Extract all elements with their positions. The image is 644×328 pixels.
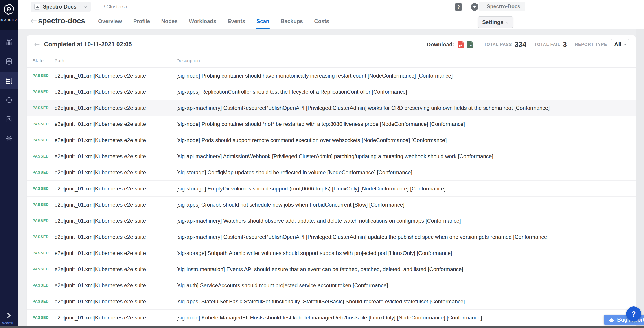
- tab-costs[interactable]: Costs: [314, 18, 330, 24]
- tab-overview[interactable]: Overview: [98, 18, 122, 24]
- tab-nodes[interactable]: Nodes: [161, 18, 178, 24]
- report-type-label: REPORT TYPE: [575, 42, 607, 47]
- back-arrow-icon[interactable]: [30, 17, 38, 25]
- table-row[interactable]: PASSED e2e|junit_01.xml|Kubernetes e2e s…: [27, 100, 636, 116]
- status-badge: PASSED: [32, 154, 49, 159]
- row-path: e2e|junit_01.xml|Kubernetes e2e suite: [54, 282, 176, 289]
- sidebar-item-profiles[interactable]: [0, 53, 18, 70]
- table-row[interactable]: PASSED e2e|junit_01.xml|Kubernetes e2e s…: [27, 116, 636, 132]
- table-row[interactable]: PASSED e2e|junit_01.xml|Kubernetes e2e s…: [27, 148, 636, 164]
- row-path: e2e|junit_01.xml|Kubernetes e2e suite: [54, 105, 176, 111]
- sidebar-item-clusters[interactable]: [0, 72, 18, 89]
- pdf-file-icon[interactable]: [458, 40, 464, 49]
- chevron-down-icon: [623, 42, 626, 45]
- row-description: [sig-apps] ReplicationController should …: [176, 89, 636, 95]
- row-description: [sig-auth] ServiceAccounts should mount …: [176, 282, 636, 289]
- row-path: e2e|junit_01.xml|Kubernetes e2e suite: [54, 89, 176, 95]
- topbar: Spectro-Docs / Clusters / ? ★ Spectro-Do…: [18, 0, 644, 29]
- workspaces-orbit-icon: [5, 96, 13, 104]
- table-row[interactable]: PASSED e2e|junit_01.xml|Kubernetes e2e s…: [27, 164, 636, 180]
- palette-logo-icon: [4, 3, 14, 15]
- status-badge: PASSED: [32, 283, 49, 288]
- table-row[interactable]: PASSED e2e|junit_01.xml|Kubernetes e2e s…: [27, 213, 636, 229]
- column-header-state: State: [32, 58, 54, 63]
- status-badge: PASSED: [32, 138, 49, 142]
- table-row[interactable]: PASSED e2e|junit_01.xml|Kubernetes e2e s…: [27, 229, 636, 245]
- status-badge: PASSED: [32, 316, 49, 320]
- tab-profile[interactable]: Profile: [133, 18, 150, 24]
- settings-button[interactable]: Settings: [478, 16, 514, 28]
- breadcrumb[interactable]: / Clusters /: [104, 0, 127, 13]
- chevron-down-icon: [84, 4, 88, 8]
- tab-backups[interactable]: Backups: [280, 18, 304, 24]
- scan-header: Completed at 10-11-2021 02:05 Download: …: [27, 35, 636, 54]
- row-description: [sig-api-machinery] CustomResourcePublis…: [176, 234, 636, 240]
- row-path: e2e|junit_01.xml|Kubernetes e2e suite: [54, 121, 176, 127]
- status-badge: PASSED: [32, 219, 49, 223]
- table-row[interactable]: PASSED e2e|junit_01.xml|Kubernetes e2e s…: [27, 245, 636, 261]
- version-label: 10.3-101121: [0, 18, 18, 22]
- csv-file-icon[interactable]: CSV: [467, 40, 474, 49]
- status-badge: PASSED: [32, 170, 49, 174]
- table-body: PASSED e2e|junit_01.xml|Kubernetes e2e s…: [27, 68, 636, 326]
- row-path: e2e|junit_01.xml|Kubernetes e2e suite: [54, 185, 176, 192]
- table-row[interactable]: PASSED e2e|junit_01.xml|Kubernetes e2e s…: [27, 132, 636, 148]
- table-row[interactable]: PASSED e2e|junit_01.xml|Kubernetes e2e s…: [27, 261, 636, 277]
- status-badge: PASSED: [32, 122, 49, 126]
- table-row[interactable]: PASSED e2e|junit_01.xml|Kubernetes e2e s…: [27, 68, 636, 84]
- help-icon[interactable]: ?: [454, 3, 462, 11]
- svg-text:CSV: CSV: [468, 44, 472, 47]
- row-description: [sig-storage] Subpath Atomic writer volu…: [176, 250, 636, 256]
- row-path: e2e|junit_01.xml|Kubernetes e2e suite: [54, 169, 176, 176]
- sidebar-item-settings[interactable]: [0, 130, 18, 147]
- vertical-scrollbar[interactable]: [636, 29, 644, 326]
- row-description: [sig-api-machinery] Watchers should obse…: [176, 218, 636, 224]
- metrics-chart-icon: [5, 38, 13, 46]
- scan-report-card: Completed at 10-11-2021 02:05 Download: …: [27, 35, 636, 328]
- table-row[interactable]: PASSED e2e|junit_01.xml|Kubernetes e2e s…: [27, 84, 636, 100]
- row-description: [sig-api-machinery] CustomResourcePublis…: [176, 105, 636, 111]
- row-description: [sig-apps] CronJob should not schedule n…: [176, 202, 636, 208]
- row-description: [sig-node] Pods should support remote co…: [176, 137, 636, 143]
- table-row[interactable]: PASSED e2e|junit_01.xml|Kubernetes e2e s…: [27, 197, 636, 213]
- star-icon[interactable]: ★: [471, 3, 478, 11]
- row-description: [sig-storage] EmptyDir volumes should su…: [176, 185, 636, 192]
- scan-back-arrow-icon[interactable]: [34, 42, 40, 47]
- report-type-select[interactable]: All: [611, 39, 629, 50]
- table-row[interactable]: PASSED e2e|junit_01.xml|Kubernetes e2e s…: [27, 180, 636, 197]
- horizontal-scrollbar[interactable]: [0, 326, 644, 328]
- status-badge: PASSED: [32, 235, 49, 239]
- total-pass-label: TOTAL PASS: [484, 42, 512, 47]
- scan-header-actions: Download: CSV TOTAL PASS 33: [427, 39, 629, 50]
- profiles-stack-icon: [5, 58, 13, 65]
- audit-search-icon: [5, 115, 13, 123]
- month-label[interactable]: MONTH...: [2, 322, 16, 325]
- total-fail-label: TOTAL FAIL: [534, 42, 560, 47]
- row-path: e2e|junit_01.xml|Kubernetes e2e suite: [54, 266, 176, 272]
- status-badge: PASSED: [32, 251, 49, 255]
- sidebar-item-workspaces[interactable]: [0, 92, 18, 108]
- row-path: e2e|junit_01.xml|Kubernetes e2e suite: [54, 202, 176, 208]
- table-row[interactable]: PASSED e2e|junit_01.xml|Kubernetes e2e s…: [27, 310, 636, 326]
- row-description: [sig-instrumentation] Events API should …: [176, 266, 636, 272]
- row-path: e2e|junit_01.xml|Kubernetes e2e suite: [54, 137, 176, 143]
- table-row[interactable]: PASSED e2e|junit_01.xml|Kubernetes e2e s…: [27, 277, 636, 294]
- bug-icon: [608, 317, 614, 323]
- table-row[interactable]: PASSED e2e|junit_01.xml|Kubernetes e2e s…: [27, 294, 636, 310]
- page-title: spectro-docs: [38, 16, 85, 25]
- project-selector[interactable]: Spectro-Docs: [31, 1, 91, 12]
- tab-events[interactable]: Events: [227, 18, 246, 24]
- sidebar-item-metrics[interactable]: [0, 34, 18, 50]
- chevron-down-icon: [506, 20, 509, 23]
- row-path: e2e|junit_01.xml|Kubernetes e2e suite: [54, 153, 176, 160]
- sidebar-item-audit[interactable]: [0, 111, 18, 128]
- tab-workloads[interactable]: Workloads: [188, 18, 217, 24]
- project-badge[interactable]: Spectro-Docs: [479, 2, 525, 11]
- tab-scan[interactable]: Scan: [256, 18, 270, 24]
- status-badge: PASSED: [32, 299, 49, 304]
- sidebar-nav: [0, 34, 18, 147]
- expand-sidebar-icon[interactable]: [6, 313, 12, 318]
- status-badge: PASSED: [32, 186, 49, 191]
- project-icon: [34, 4, 40, 10]
- help-fab[interactable]: ?: [626, 307, 641, 321]
